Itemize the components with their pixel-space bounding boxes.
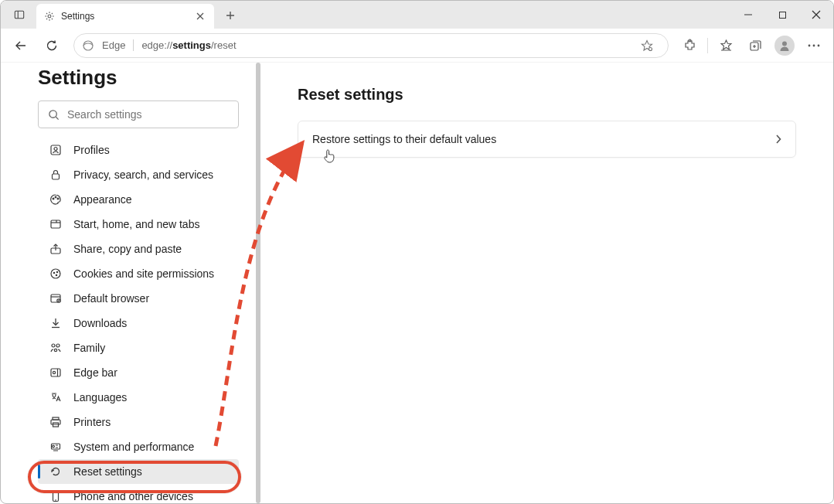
refresh-button[interactable] [38, 32, 66, 60]
edge-logo-icon [82, 39, 94, 52]
sidebar-item-browser[interactable]: Default browser [38, 286, 239, 311]
sidebar-heading: Settings [38, 66, 248, 90]
window-titlebar: Settings [1, 1, 833, 29]
share-icon [49, 243, 63, 255]
svg-point-31 [55, 196, 56, 198]
svg-point-21 [782, 41, 787, 46]
svg-point-14 [649, 47, 652, 50]
svg-point-30 [53, 198, 54, 199]
url-scheme: edge:// [141, 39, 172, 51]
svg-rect-33 [51, 220, 60, 228]
settings-sidebar: Settings ProfilesPrivacy, search, and se… [1, 63, 260, 503]
sidebar-item-label: Family [73, 342, 105, 354]
sidebar-item-lang[interactable]: Languages [38, 385, 239, 410]
new-tab-button[interactable] [219, 4, 242, 27]
minimize-button[interactable] [731, 1, 765, 29]
download-icon [49, 317, 63, 329]
profile-avatar[interactable] [771, 32, 798, 59]
svg-marker-16 [721, 40, 731, 49]
perf-icon [49, 441, 63, 453]
maximize-button[interactable] [765, 1, 799, 29]
sidebar-item-label: Share, copy and paste [73, 243, 182, 255]
sidebar-item-paint[interactable]: Appearance [38, 187, 239, 212]
extensions-icon[interactable] [676, 32, 703, 59]
svg-point-50 [53, 371, 55, 373]
svg-rect-0 [15, 11, 23, 19]
url-host: settings [172, 39, 211, 51]
sidebar-item-label: Appearance [73, 193, 132, 206]
sidebar-item-share[interactable]: Share, copy and paste [38, 237, 239, 261]
browser-toolbar: Edge edge://settings/reset [1, 29, 833, 63]
close-window-button[interactable] [799, 1, 833, 29]
reset-icon [49, 465, 63, 478]
page-title: Reset settings [298, 86, 796, 104]
paint-icon [49, 193, 63, 206]
tab-actions-icon[interactable] [12, 7, 27, 22]
edgebar-icon [49, 366, 63, 379]
phone-icon [49, 490, 63, 502]
url-path: /reset [211, 39, 237, 51]
svg-point-46 [56, 344, 60, 347]
svg-point-23 [813, 44, 815, 46]
svg-point-40 [56, 274, 56, 275]
address-bar-label: Edge [102, 39, 134, 51]
lang-icon [49, 391, 63, 404]
tab-icon [49, 218, 63, 230]
sidebar-item-label: Privacy, search, and services [73, 169, 213, 181]
back-button[interactable] [7, 32, 35, 60]
sidebar-item-perf[interactable]: System and performance [38, 434, 239, 459]
sidebar-item-label: Printers [73, 416, 111, 428]
sidebar-item-label: Cookies and site permissions [73, 267, 214, 280]
svg-point-2 [48, 15, 51, 18]
gear-icon [44, 11, 55, 22]
sidebar-item-profile[interactable]: Profiles [38, 138, 239, 162]
browser-icon [49, 292, 63, 305]
svg-point-55 [53, 445, 55, 448]
svg-point-39 [56, 271, 57, 272]
tab-close-button[interactable] [194, 10, 206, 22]
sidebar-item-label: Phone and other devices [73, 490, 193, 502]
svg-point-37 [51, 269, 60, 278]
favorites-icon[interactable] [713, 32, 739, 59]
search-icon [48, 109, 60, 121]
sidebar-item-cookie[interactable]: Cookies and site permissions [38, 261, 239, 286]
svg-point-22 [808, 44, 811, 46]
favorite-star-icon[interactable] [634, 32, 660, 59]
svg-line-26 [56, 117, 58, 119]
sidebar-item-reset[interactable]: Reset settings [38, 459, 239, 484]
collections-icon[interactable] [742, 32, 768, 59]
sidebar-item-printer[interactable]: Printers [38, 410, 239, 434]
svg-point-24 [818, 44, 820, 46]
svg-point-25 [49, 110, 56, 117]
sidebar-item-tab[interactable]: Start, home, and new tabs [38, 212, 239, 237]
sidebar-item-edgebar[interactable]: Edge bar [38, 360, 239, 385]
svg-point-28 [54, 148, 57, 151]
cookie-icon [49, 267, 63, 280]
sidebar-item-family[interactable]: Family [38, 335, 239, 360]
more-menu-icon[interactable] [801, 32, 827, 59]
sidebar-item-lock[interactable]: Privacy, search, and services [38, 162, 239, 187]
svg-rect-8 [779, 12, 785, 18]
settings-main: Reset settings Restore settings to their… [260, 63, 833, 503]
sidebar-item-download[interactable]: Downloads [38, 311, 239, 335]
sidebar-item-label: Downloads [73, 317, 127, 329]
svg-point-32 [57, 198, 59, 199]
address-bar[interactable]: Edge edge://settings/reset [73, 33, 669, 58]
toolbar-divider [707, 38, 708, 53]
restore-defaults-row[interactable]: Restore settings to their default values [298, 121, 796, 158]
svg-rect-52 [51, 420, 60, 424]
restore-defaults-label: Restore settings to their default values [312, 133, 496, 145]
settings-content: Settings ProfilesPrivacy, search, and se… [1, 63, 833, 503]
settings-search[interactable] [38, 100, 239, 128]
sidebar-item-phone[interactable]: Phone and other devices [38, 484, 239, 504]
sidebar-item-label: Languages [73, 391, 127, 404]
lock-icon [49, 169, 63, 181]
search-input[interactable] [67, 108, 229, 121]
svg-rect-29 [53, 174, 60, 179]
svg-point-45 [52, 344, 55, 347]
svg-point-47 [54, 349, 56, 351]
sidebar-scrollbar[interactable] [256, 63, 260, 503]
browser-tab[interactable]: Settings [36, 4, 214, 29]
svg-point-12 [83, 41, 93, 50]
printer-icon [49, 416, 63, 428]
